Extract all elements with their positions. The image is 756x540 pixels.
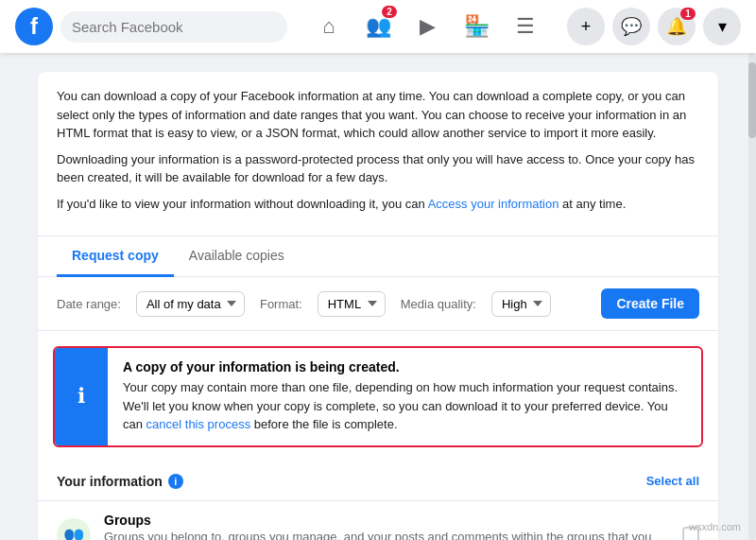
create-file-button[interactable]: Create File <box>601 288 699 319</box>
tab-request-copy[interactable]: Request copy <box>57 236 174 277</box>
select-all-button[interactable]: Select all <box>646 474 699 488</box>
media-quality-label: Media quality: <box>401 297 476 311</box>
cancel-process-link[interactable]: cancel this process <box>146 417 251 431</box>
access-information-link[interactable]: Access your information <box>428 197 559 211</box>
nav-watch-button[interactable]: ▶ <box>404 4 450 49</box>
nav-menu-button[interactable]: ☰ <box>503 4 548 49</box>
nav-marketplace-button[interactable]: 🏪 <box>454 4 499 49</box>
tabs-bar: Request copy Available copies <box>38 236 718 277</box>
tab-available-copies[interactable]: Available copies <box>174 236 300 277</box>
your-information-header: Your information i Select all <box>38 462 718 500</box>
format-label: Format: <box>260 297 302 311</box>
format-select[interactable]: HTML <box>318 291 386 317</box>
watermark: wsxdn.com <box>689 521 741 532</box>
friends-badge: 2 <box>382 6 397 18</box>
nav-right-area: + 💬 🔔1 ▾ <box>567 8 741 45</box>
scrollbar[interactable] <box>748 53 756 540</box>
date-range-label: Date range: <box>57 297 121 311</box>
banner-text-after: before the file is complete. <box>250 417 397 431</box>
scrollbar-thumb[interactable] <box>748 62 756 138</box>
content-card: You can download a copy of your Facebook… <box>38 72 718 540</box>
top-navigation: f ⌂ 👥2 ▶ 🏪 ☰ + 💬 🔔1 ▾ <box>0 0 756 53</box>
nav-friends-button[interactable]: 👥2 <box>355 4 401 49</box>
media-quality-select[interactable]: High <box>491 291 551 317</box>
groups-icon: 👥 <box>57 518 91 541</box>
main-container: You can download a copy of your Facebook… <box>0 53 756 540</box>
your-information-title: Your information i <box>57 474 183 489</box>
facebook-logo: f <box>15 8 53 45</box>
account-menu-button[interactable]: ▾ <box>703 8 741 45</box>
list-item: 👥 Groups Groups you belong to, groups yo… <box>38 500 718 541</box>
banner-body: A copy of your information is being crea… <box>108 348 701 445</box>
messenger-button[interactable]: 💬 <box>612 8 650 45</box>
desc-p3-after: at any time. <box>558 197 626 211</box>
filters-row: Date range: All of my data Format: HTML … <box>38 277 718 331</box>
info-banner: ℹ A copy of your information is being cr… <box>53 346 703 447</box>
groups-name: Groups <box>104 513 669 528</box>
date-range-select[interactable]: All of my data <box>136 291 245 317</box>
desc-paragraph-2: Downloading your information is a passwo… <box>57 150 699 187</box>
search-input[interactable] <box>60 11 287 43</box>
notifications-badge: 1 <box>680 8 696 20</box>
banner-icon: ℹ <box>55 348 108 445</box>
desc-p3-before: If you'd like to view your information w… <box>57 197 428 211</box>
groups-body: Groups Groups you belong to, groups you … <box>104 513 669 541</box>
banner-text: Your copy may contain more than one file… <box>123 378 686 434</box>
notifications-button[interactable]: 🔔1 <box>658 8 696 45</box>
desc-paragraph-1: You can download a copy of your Facebook… <box>57 87 699 143</box>
nav-center-icons: ⌂ 👥2 ▶ 🏪 ☰ <box>287 4 567 49</box>
groups-description: Groups you belong to, groups you manage,… <box>104 530 669 541</box>
banner-title: A copy of your information is being crea… <box>123 359 686 375</box>
info-icon-symbol: ℹ <box>77 384 85 409</box>
your-information-label: Your information <box>57 474 163 489</box>
desc-paragraph-3: If you'd like to view your information w… <box>57 195 699 214</box>
nav-home-button[interactable]: ⌂ <box>306 4 352 49</box>
your-information-info-icon[interactable]: i <box>168 474 183 489</box>
create-button[interactable]: + <box>567 8 605 45</box>
description-area: You can download a copy of your Facebook… <box>38 72 718 236</box>
